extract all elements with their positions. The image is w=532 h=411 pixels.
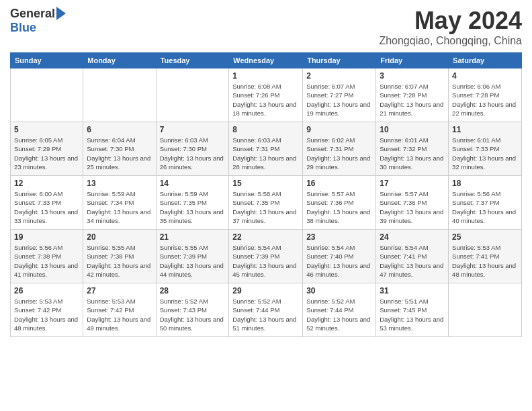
calendar-cell: 13Sunrise: 5:59 AMSunset: 7:34 PMDayligh… — [83, 176, 156, 230]
day-info: Sunrise: 5:53 AMSunset: 7:41 PMDaylight:… — [452, 243, 518, 279]
calendar-cell: 19Sunrise: 5:56 AMSunset: 7:38 PMDayligh… — [11, 230, 83, 283]
day-number: 15 — [232, 179, 299, 188]
day-info: Sunrise: 6:03 AMSunset: 7:31 PMDaylight:… — [232, 136, 299, 171]
day-number: 6 — [87, 125, 152, 134]
day-info: Sunrise: 5:57 AMSunset: 7:36 PMDaylight:… — [306, 189, 372, 225]
calendar-cell: 27Sunrise: 5:53 AMSunset: 7:42 PMDayligh… — [83, 283, 156, 337]
calendar-cell: 26Sunrise: 5:53 AMSunset: 7:42 PMDayligh… — [11, 283, 83, 337]
day-number: 16 — [306, 179, 372, 188]
day-of-week-header: Monday — [83, 53, 156, 68]
calendar-cell: 30Sunrise: 5:52 AMSunset: 7:44 PMDayligh… — [303, 283, 376, 337]
calendar-cell: 2Sunrise: 6:07 AMSunset: 7:27 PMDaylight… — [303, 68, 376, 122]
day-info: Sunrise: 5:59 AMSunset: 7:34 PMDaylight:… — [87, 189, 152, 225]
calendar-cell — [83, 68, 156, 122]
day-number: 1 — [232, 71, 299, 81]
day-of-week-header: Friday — [376, 53, 449, 68]
day-number: 11 — [452, 125, 518, 134]
calendar-cell: 18Sunrise: 5:56 AMSunset: 7:37 PMDayligh… — [449, 176, 522, 230]
day-info: Sunrise: 6:00 AMSunset: 7:33 PMDaylight:… — [14, 189, 79, 225]
logo-blue-text: Blue — [10, 21, 36, 35]
day-info: Sunrise: 6:01 AMSunset: 7:33 PMDaylight:… — [452, 136, 518, 171]
logo-arrow-icon — [56, 7, 66, 20]
calendar-cell: 25Sunrise: 5:53 AMSunset: 7:41 PMDayligh… — [449, 230, 522, 283]
logo: General Blue — [10, 7, 66, 35]
day-number: 10 — [380, 125, 445, 134]
calendar-cell: 21Sunrise: 5:55 AMSunset: 7:39 PMDayligh… — [156, 230, 229, 283]
day-info: Sunrise: 5:56 AMSunset: 7:37 PMDaylight:… — [452, 189, 518, 225]
day-number: 30 — [306, 286, 372, 295]
day-info: Sunrise: 5:54 AMSunset: 7:40 PMDaylight:… — [306, 243, 372, 279]
day-info: Sunrise: 6:08 AMSunset: 7:26 PMDaylight:… — [232, 82, 299, 118]
day-info: Sunrise: 6:01 AMSunset: 7:32 PMDaylight:… — [380, 136, 445, 171]
calendar-cell: 11Sunrise: 6:01 AMSunset: 7:33 PMDayligh… — [449, 122, 522, 176]
day-of-week-header: Sunday — [11, 53, 83, 68]
day-number: 8 — [232, 125, 299, 134]
calendar-cell: 14Sunrise: 5:59 AMSunset: 7:35 PMDayligh… — [156, 176, 229, 230]
day-number: 12 — [14, 179, 79, 188]
day-number: 19 — [14, 232, 79, 242]
day-info: Sunrise: 6:05 AMSunset: 7:29 PMDaylight:… — [14, 136, 79, 171]
day-of-week-header: Saturday — [449, 53, 522, 68]
calendar-cell: 7Sunrise: 6:03 AMSunset: 7:30 PMDaylight… — [156, 122, 229, 176]
calendar-cell: 29Sunrise: 5:52 AMSunset: 7:44 PMDayligh… — [229, 283, 303, 337]
calendar-cell: 20Sunrise: 5:55 AMSunset: 7:38 PMDayligh… — [83, 230, 156, 283]
day-info: Sunrise: 5:53 AMSunset: 7:42 PMDaylight:… — [87, 297, 152, 332]
day-number: 25 — [452, 232, 518, 242]
calendar-table: SundayMondayTuesdayWednesdayThursdayFrid… — [10, 52, 522, 337]
calendar-cell: 28Sunrise: 5:52 AMSunset: 7:43 PMDayligh… — [156, 283, 229, 337]
day-info: Sunrise: 5:52 AMSunset: 7:43 PMDaylight:… — [160, 297, 226, 332]
logo-general-text: General — [10, 7, 55, 21]
day-number: 24 — [380, 232, 445, 242]
calendar-cell: 6Sunrise: 6:04 AMSunset: 7:30 PMDaylight… — [83, 122, 156, 176]
day-number: 26 — [14, 286, 79, 295]
calendar-cell: 3Sunrise: 6:07 AMSunset: 7:28 PMDaylight… — [376, 68, 449, 122]
day-info: Sunrise: 5:54 AMSunset: 7:39 PMDaylight:… — [232, 243, 299, 279]
day-number: 28 — [160, 286, 226, 295]
day-number: 27 — [87, 286, 152, 295]
day-info: Sunrise: 5:52 AMSunset: 7:44 PMDaylight:… — [232, 297, 299, 332]
day-info: Sunrise: 5:55 AMSunset: 7:39 PMDaylight:… — [160, 243, 226, 279]
page-container: General Blue May 2024 Zhongqiao, Chongqi… — [0, 0, 532, 340]
day-number: 20 — [87, 232, 152, 242]
calendar-cell: 12Sunrise: 6:00 AMSunset: 7:33 PMDayligh… — [11, 176, 83, 230]
page-header: General Blue May 2024 Zhongqiao, Chongqi… — [10, 7, 522, 47]
day-number: 17 — [380, 179, 445, 188]
calendar-cell: 1Sunrise: 6:08 AMSunset: 7:26 PMDaylight… — [229, 68, 303, 122]
calendar-cell: 10Sunrise: 6:01 AMSunset: 7:32 PMDayligh… — [376, 122, 449, 176]
calendar-cell: 31Sunrise: 5:51 AMSunset: 7:45 PMDayligh… — [376, 283, 449, 337]
calendar-cell: 22Sunrise: 5:54 AMSunset: 7:39 PMDayligh… — [229, 230, 303, 283]
calendar-cell: 8Sunrise: 6:03 AMSunset: 7:31 PMDaylight… — [229, 122, 303, 176]
day-number: 5 — [14, 125, 79, 134]
day-number: 18 — [452, 179, 518, 188]
day-number: 22 — [232, 232, 299, 242]
day-info: Sunrise: 5:56 AMSunset: 7:38 PMDaylight:… — [14, 243, 79, 279]
day-info: Sunrise: 5:51 AMSunset: 7:45 PMDaylight:… — [380, 297, 445, 332]
day-info: Sunrise: 5:55 AMSunset: 7:38 PMDaylight:… — [87, 243, 152, 279]
day-info: Sunrise: 5:53 AMSunset: 7:42 PMDaylight:… — [14, 297, 79, 332]
calendar-cell — [449, 283, 522, 337]
day-info: Sunrise: 6:07 AMSunset: 7:28 PMDaylight:… — [380, 82, 445, 118]
day-number: 29 — [232, 286, 299, 295]
calendar-cell: 24Sunrise: 5:54 AMSunset: 7:41 PMDayligh… — [376, 230, 449, 283]
day-info: Sunrise: 6:03 AMSunset: 7:30 PMDaylight:… — [160, 136, 226, 171]
month-title: May 2024 — [379, 7, 522, 35]
day-info: Sunrise: 5:58 AMSunset: 7:35 PMDaylight:… — [232, 189, 299, 225]
day-of-week-header: Thursday — [303, 53, 376, 68]
day-number: 21 — [160, 232, 226, 242]
calendar-cell: 5Sunrise: 6:05 AMSunset: 7:29 PMDaylight… — [11, 122, 83, 176]
calendar-cell: 9Sunrise: 6:02 AMSunset: 7:31 PMDaylight… — [303, 122, 376, 176]
day-number: 3 — [380, 71, 445, 81]
location-text: Zhongqiao, Chongqing, China — [379, 35, 522, 47]
calendar-cell — [11, 68, 83, 122]
day-number: 31 — [380, 286, 445, 295]
day-info: Sunrise: 5:52 AMSunset: 7:44 PMDaylight:… — [306, 297, 372, 332]
day-info: Sunrise: 6:02 AMSunset: 7:31 PMDaylight:… — [306, 136, 372, 171]
day-info: Sunrise: 5:59 AMSunset: 7:35 PMDaylight:… — [160, 189, 226, 225]
day-number: 13 — [87, 179, 152, 188]
calendar-cell: 23Sunrise: 5:54 AMSunset: 7:40 PMDayligh… — [303, 230, 376, 283]
day-number: 4 — [452, 71, 518, 81]
day-of-week-header: Wednesday — [229, 53, 303, 68]
calendar-cell: 15Sunrise: 5:58 AMSunset: 7:35 PMDayligh… — [229, 176, 303, 230]
day-info: Sunrise: 5:57 AMSunset: 7:36 PMDaylight:… — [380, 189, 445, 225]
day-info: Sunrise: 5:54 AMSunset: 7:41 PMDaylight:… — [380, 243, 445, 279]
